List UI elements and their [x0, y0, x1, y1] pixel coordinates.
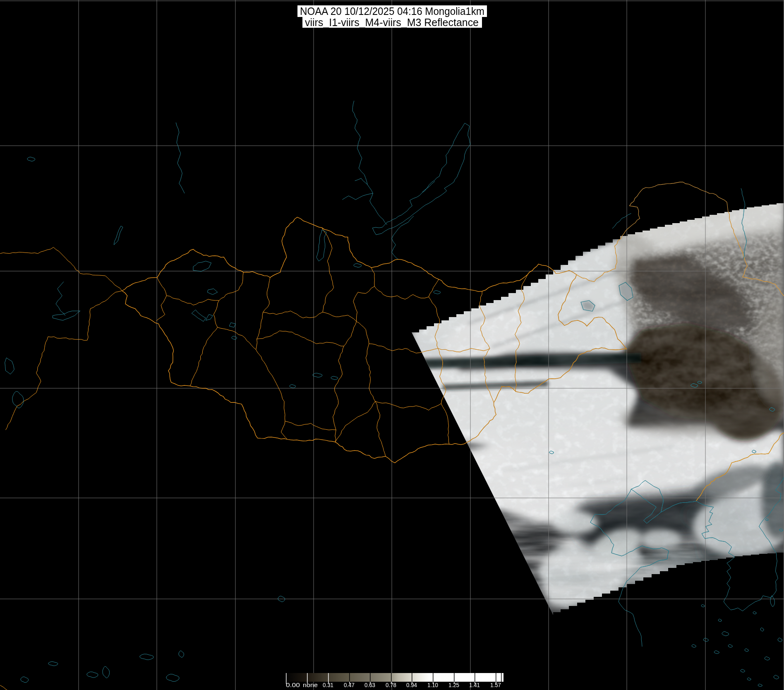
svg-text:NOAA 20 10/12/2025 04:16 Mongo: NOAA 20 10/12/2025 04:16 Mongolia1km [300, 5, 484, 17]
svg-text:1.41: 1.41 [469, 681, 480, 688]
svg-text:0.47: 0.47 [344, 681, 355, 688]
svg-text:0.63: 0.63 [364, 681, 375, 688]
svg-text:0.78: 0.78 [386, 681, 396, 688]
svg-text:1.25: 1.25 [448, 681, 459, 688]
svg-text:0.31: 0.31 [323, 681, 333, 688]
svg-text:viirs_I1-viirs_M4-viirs_M3 Ref: viirs_I1-viirs_M4-viirs_M3 Reflectance [305, 16, 479, 29]
svg-text:1.57: 1.57 [490, 681, 501, 688]
svg-text:0.94: 0.94 [406, 681, 417, 688]
svg-text:none: none [303, 681, 318, 688]
svg-text:1.10: 1.10 [427, 681, 438, 688]
svg-text:0.00: 0.00 [286, 681, 300, 688]
